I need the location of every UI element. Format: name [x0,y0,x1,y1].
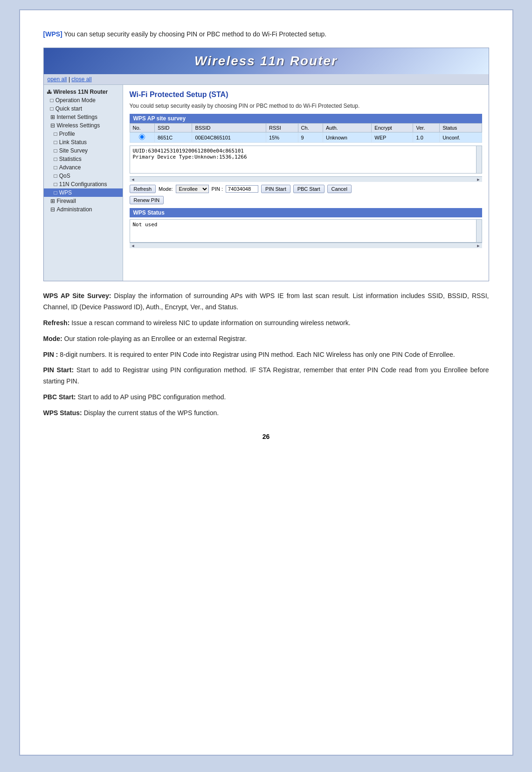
page-icon: □ [54,139,57,146]
sidebar: 🖧 Wireless 11N Router □ Operation Mode □… [44,85,123,281]
col-status: Status [440,124,482,132]
sidebar-item-administration[interactable]: ⊟ Administration [44,205,123,214]
bold-label-1: Refresh: [43,319,70,327]
table-row[interactable]: 8651C 00E04C865101 15% 9 Unknown WEP 1.0… [130,132,482,143]
sidebar-item-wps[interactable]: □ WPS [44,188,123,197]
row-encrypt: WEP [372,132,413,143]
router-body: 🖧 Wireless 11N Router □ Operation Mode □… [44,85,489,281]
sidebar-item-label: Firewall [57,198,76,204]
sidebar-item-label: WPS [59,189,72,196]
sidebar-item-operation-mode[interactable]: □ Operation Mode [44,96,123,104]
sidebar-item-label: 11N Configurations [59,181,107,188]
body-text: WPS AP Site Survey: Display the informat… [43,291,489,418]
col-auth: Auth. [323,124,371,132]
sidebar-item-link-status[interactable]: □ Link Status [44,138,123,146]
page-icon: □ [54,181,57,188]
col-bssid: BSSID [192,124,266,132]
scroll-right-arrow[interactable]: ► [475,177,482,182]
wps-status-scrollbar[interactable] [476,220,482,242]
body-text-1: Issue a rescan command to wireless NIC t… [71,319,350,327]
sidebar-item-firewall[interactable]: ⊞ Firewall [44,197,123,205]
body-para-5: PBC Start: Start to add to AP using PBC … [43,392,489,403]
bold-label-5: PBC Start: [43,393,76,401]
sidebar-item-router[interactable]: 🖧 Wireless 11N Router [44,88,123,96]
row-bssid: 00E04C865101 [192,132,266,143]
router-icon: 🖧 [47,89,52,95]
close-all-link[interactable]: close all [71,76,91,83]
bold-label-0: WPS AP Site Survey: [43,292,111,299]
sidebar-item-label: Operation Mode [55,97,96,104]
scroll-left-arrow2[interactable]: ◄ [130,243,137,248]
row-auth: Unknown [323,132,371,143]
refresh-button[interactable]: Refresh [130,185,156,193]
sidebar-item-label: Internet Settings [57,114,97,120]
row-rssi: 15% [266,132,298,143]
intro-text: You can setup security easily by choosin… [62,30,327,38]
router-nav: open all | close all [44,74,489,85]
row-radio[interactable] [130,132,154,143]
uuid-hscrollbar[interactable]: ◄ ► [130,176,482,182]
body-para-6: WPS Status: Display the current status o… [43,408,489,419]
open-all-link[interactable]: open all [48,76,67,83]
page-icon: □ [54,164,57,171]
page-icon: □ [54,156,57,162]
router-title: Wireless 11n Router [53,54,479,69]
bold-label-3: PIN : [43,351,58,358]
sidebar-item-label: Wireless 11N Router [54,89,108,95]
sidebar-item-wireless-settings[interactable]: ⊟ Wireless Settings [44,121,123,130]
wps-label: [WPS] [43,30,62,38]
survey-section-header: WPS AP site survey [130,114,482,123]
wps-status-box: Not used [130,219,482,243]
uuid-box: UUID:630412531019200612800e04c865101 Pri… [130,146,482,174]
row-ssid: 8651C [154,132,192,143]
bold-label-4: PIN Start: [43,366,74,374]
folder-open-icon: ⊟ [50,122,55,129]
sidebar-item-label: Profile [59,131,75,137]
mode-select[interactable]: Enrollee Registrar [176,185,209,193]
folder-icon: ⊞ [50,114,55,120]
col-ver: Ver. [413,124,440,132]
sidebar-item-profile[interactable]: □ Profile [44,130,123,138]
page-icon: □ [54,131,57,137]
uuid-scrollbar[interactable] [476,146,482,173]
nav-separator: | [67,76,72,83]
sidebar-item-label: Statistics [59,156,82,162]
row-ch: 9 [298,132,323,143]
body-para-0: WPS AP Site Survey: Display the informat… [43,291,489,313]
router-window: Wireless 11n Router open all | close all… [43,48,489,281]
scroll-left-arrow[interactable]: ◄ [130,177,137,182]
uuid-line2: Primary Device Type:Unknown:1536,1266 [133,154,479,160]
pin-label: PIN : [212,186,223,192]
sidebar-item-11n-config[interactable]: □ 11N Configurations [44,180,123,188]
page-number: 26 [43,433,489,440]
wps-status-hscrollbar[interactable]: ◄ ► [130,243,482,248]
cancel-button[interactable]: Cancel [327,185,352,193]
sidebar-item-qos[interactable]: □ QoS [44,172,123,180]
page-icon: □ [54,147,57,154]
survey-table: No. SSID BSSID RSSI Ch. Auth. Encrypt Ve… [130,123,482,143]
sidebar-item-quick-start[interactable]: □ Quick start [44,104,123,113]
renew-pin-button[interactable]: Renew PIN [130,196,164,204]
page-icon: □ [54,189,57,196]
sidebar-item-statistics[interactable]: □ Statistics [44,155,123,163]
sidebar-item-internet-settings[interactable]: ⊞ Internet Settings [44,113,123,121]
page-icon: □ [50,105,54,112]
sidebar-item-advance[interactable]: □ Advance [44,163,123,172]
intro-paragraph: [WPS] You can setup security easily by c… [43,29,489,39]
folder-icon: ⊟ [50,206,55,213]
router-header: Wireless 11n Router [44,48,489,74]
pin-start-button[interactable]: PIN Start [261,185,290,193]
sidebar-item-site-survey[interactable]: □ Site Survey [44,146,123,155]
col-ssid: SSID [154,124,192,132]
wps-status-header: WPS Status [130,208,482,217]
scroll-right-arrow2[interactable]: ► [475,243,482,248]
pin-input[interactable] [226,185,258,193]
body-text-5: Start to add to AP using PBC configurati… [77,393,226,401]
sidebar-item-label: Advance [59,164,81,171]
pbc-start-button[interactable]: PBC Start [293,185,325,193]
sidebar-item-label: QoS [59,173,70,179]
body-text-3: 8-digit numbers. It is required to enter… [60,351,455,358]
col-encrypt: Encrypt [372,124,413,132]
col-rssi: RSSI [266,124,298,132]
sidebar-item-label: Link Status [59,139,87,146]
